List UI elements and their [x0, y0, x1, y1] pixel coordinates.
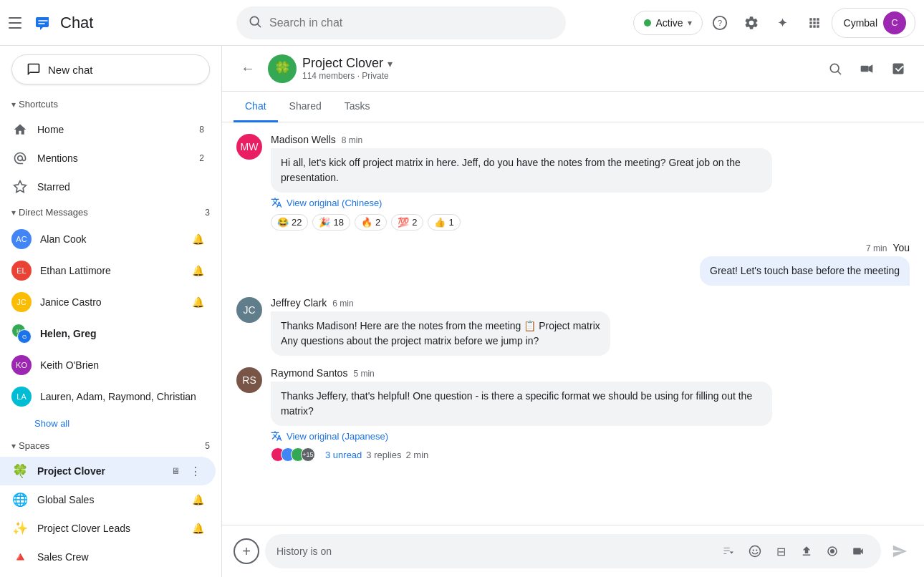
raymond-bubble: Thanks Jeffery, that's helpful! One ques…: [271, 382, 772, 426]
chat-header-name[interactable]: Project Clover ▾: [302, 56, 821, 71]
sidebar-item-project-clover[interactable]: 🍀 Project Clover 🖥 ⋮: [0, 457, 216, 485]
search-bar[interactable]: [236, 6, 566, 39]
user-avatar: C: [883, 11, 906, 34]
reaction-100[interactable]: 💯2: [391, 214, 423, 231]
spaces-label: Spaces: [19, 440, 49, 451]
reaction-fire-count: 2: [375, 217, 380, 228]
thread-info[interactable]: +15 3 unread 3 replies 2 min: [271, 447, 910, 462]
svg-line-2: [258, 24, 261, 27]
svg-rect-8: [861, 65, 869, 71]
help-button[interactable]: ?: [706, 9, 734, 37]
sidebar-item-janice-castro[interactable]: JC Janice Castro 🔔: [0, 286, 216, 318]
you-content: 7 min You Great! Let's touch base before…: [236, 242, 910, 286]
more-icon[interactable]: ⋮: [187, 462, 204, 480]
mention-icon[interactable]: ⊟: [769, 540, 792, 563]
video-call-button[interactable]: [852, 54, 881, 83]
sparkle-button[interactable]: ✦: [769, 9, 797, 37]
helen-greg-label: Helen, Greg: [40, 328, 204, 339]
tab-shared[interactable]: Shared: [278, 92, 333, 122]
tasks-button[interactable]: [884, 54, 913, 83]
pin-icon-5: 🔔: [192, 523, 204, 534]
translate-text-2: View original (Japanese): [287, 431, 388, 442]
tab-chat[interactable]: Chat: [234, 92, 278, 122]
alan-cook-avatar: AC: [11, 229, 32, 249]
main-layout: New chat ▾ Shortcuts Home 8 Mentions 2: [0, 46, 924, 577]
you-header: 7 min You: [866, 242, 910, 253]
sales-crew-icon: 🔺: [11, 548, 29, 566]
show-all-dm[interactable]: Show all: [0, 412, 216, 435]
sidebar-item-ethan-lattimore[interactable]: EL Ethan Lattimore 🔔: [0, 255, 216, 286]
shortcuts-section[interactable]: ▾ Shortcuts: [0, 93, 221, 115]
sidebar-item-project-clover-leads[interactable]: ✨ Project Clover Leads 🔔: [0, 514, 216, 543]
thread-av-count: +15: [301, 447, 315, 462]
chat-header-icons: [821, 54, 913, 83]
tab-tasks[interactable]: Tasks: [333, 92, 382, 122]
tabs: Chat Shared Tasks: [222, 92, 924, 122]
sidebar-item-marketing-emea[interactable]: 📊 Marketing EMEA: [0, 571, 216, 577]
svg-text:?: ?: [717, 19, 721, 27]
jeffrey-name: Jeffrey Clark: [271, 297, 327, 309]
search-chat-button[interactable]: [821, 54, 850, 83]
keith-avatar: KO: [11, 355, 32, 375]
record-icon[interactable]: [821, 540, 844, 563]
sidebar-item-sales-crew[interactable]: 🔺 Sales Crew: [0, 543, 216, 571]
show-all-dm-label: Show all: [34, 418, 204, 429]
spaces-badge: 5: [205, 441, 210, 451]
direct-messages-section[interactable]: ▾ Direct Messages 3: [0, 201, 221, 223]
reaction-thumbs[interactable]: 👍1: [428, 214, 460, 231]
user-chip[interactable]: Cymbal C: [832, 8, 915, 38]
reaction-party[interactable]: 🎉18: [312, 214, 350, 231]
search-input[interactable]: [269, 16, 554, 29]
active-status-button[interactable]: Active ▾: [633, 11, 702, 35]
sales-crew-label: Sales Crew: [37, 551, 204, 563]
send-button[interactable]: [887, 538, 913, 564]
mentions-label: Mentions: [37, 152, 191, 164]
clover-leads-label: Project Clover Leads: [37, 523, 183, 534]
sidebar-item-keith[interactable]: KO Keith O'Brien: [0, 349, 216, 381]
ethan-label: Ethan Lattimore: [40, 265, 183, 276]
translate-link-1[interactable]: View original (Chinese): [271, 197, 910, 208]
active-dot: [644, 19, 651, 26]
add-button[interactable]: +: [234, 538, 259, 564]
sidebar-item-alan-cook[interactable]: AC Alan Cook 🔔: [0, 223, 216, 255]
chat-header-info: Project Clover ▾ 114 members · Private: [302, 56, 821, 81]
chat-header-sub: 114 members · Private: [302, 71, 821, 81]
starred-label: Starred: [37, 181, 204, 193]
project-clover-icon: 🍀: [11, 462, 29, 480]
new-chat-button[interactable]: New chat: [11, 54, 210, 84]
sidebar-item-helen-greg[interactable]: H G Helen, Greg: [0, 318, 216, 349]
sidebar-item-lauren-group[interactable]: LA Lauren, Adam, Raymond, Christian: [0, 381, 216, 412]
format-text-icon[interactable]: [718, 540, 741, 563]
search-icon: [248, 14, 262, 31]
emoji-icon[interactable]: [743, 540, 766, 563]
pin-icon-4: 🔔: [192, 494, 204, 505]
apps-grid-button[interactable]: [800, 9, 829, 37]
video-icon-input[interactable]: [847, 540, 870, 563]
reaction-laugh[interactable]: 😂22: [271, 214, 308, 231]
video-icon[interactable]: 🖥: [167, 462, 184, 480]
raymond-name: Raymond Santos: [271, 367, 347, 379]
svg-point-14: [830, 549, 834, 553]
sidebar-item-global-sales[interactable]: 🌐 Global Sales 🔔: [0, 485, 216, 514]
upload-icon[interactable]: [795, 540, 818, 563]
sidebar-item-starred[interactable]: Starred: [0, 173, 216, 201]
chat-area: ← 🍀 Project Clover ▾ 114 members · Priva…: [222, 46, 924, 577]
reaction-fire[interactable]: 🔥2: [355, 214, 387, 231]
jeffrey-content: Jeffrey Clark 6 min Thanks Madison! Here…: [271, 297, 910, 356]
input-placeholder: History is on: [276, 546, 712, 557]
madison-avatar: MW: [236, 134, 262, 160]
spaces-section[interactable]: ▾ Spaces 5: [0, 435, 221, 457]
jeffrey-bubble: Thanks Madison! Here are the notes from …: [271, 311, 610, 356]
settings-button[interactable]: [737, 9, 766, 37]
app-title: Chat: [60, 14, 93, 32]
message-1: MW Madison Wells 8 min Hi all, let's kic…: [236, 134, 910, 231]
sidebar-item-home[interactable]: Home 8: [0, 115, 216, 144]
sidebar-item-mentions[interactable]: Mentions 2: [0, 144, 216, 173]
translate-link-2[interactable]: View original (Japanese): [271, 430, 910, 442]
back-button[interactable]: ←: [234, 54, 262, 83]
raymond-header: Raymond Santos 5 min: [271, 367, 910, 379]
chat-logo: [32, 11, 54, 34]
hamburger-icon[interactable]: [9, 14, 26, 31]
reaction-party-count: 18: [333, 217, 343, 228]
home-label: Home: [37, 124, 191, 135]
